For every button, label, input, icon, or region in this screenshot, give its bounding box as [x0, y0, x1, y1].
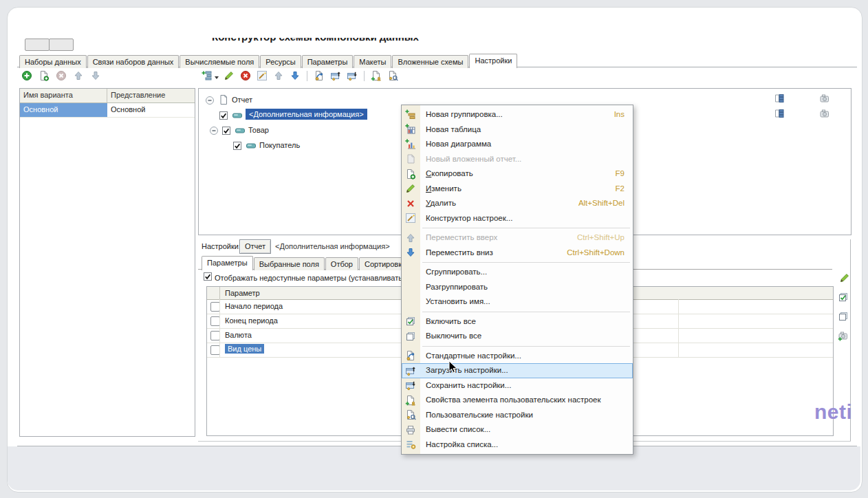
list-config-icon	[405, 439, 416, 450]
menu-item-ungroup[interactable]: Разгруппировать	[402, 280, 633, 295]
add-variant-button[interactable]	[21, 69, 33, 82]
tab-nested-schemas[interactable]: Вложенные схемы	[392, 55, 468, 68]
settings-constructor-button[interactable]	[256, 69, 268, 82]
tab-data-sets[interactable]: Наборы данных	[19, 55, 87, 68]
menu-separator	[402, 344, 633, 349]
parameter-checkbox[interactable]	[210, 331, 220, 340]
delete-button[interactable]	[239, 69, 252, 82]
menu-item-group[interactable]: Сгруппировать...	[402, 265, 633, 280]
tab-calculated-fields[interactable]: Вычисляемые поля	[180, 55, 259, 68]
grouping-icon	[246, 140, 257, 151]
tab-settings[interactable]: Настройки	[469, 54, 517, 68]
parameter-label[interactable]: Начало периода	[225, 302, 283, 310]
menu-item-move-down[interactable]: Переместить внизCtrl+Shift+Down	[402, 246, 633, 261]
move-up-button[interactable]	[272, 69, 285, 82]
tab-parameters[interactable]: Параметры	[302, 55, 354, 68]
appearance-column-icon[interactable]	[819, 93, 830, 104]
tree-label-buyer[interactable]: Покупатель	[259, 141, 300, 149]
menu-item-load-settings[interactable]: Загрузить настройки...	[402, 363, 633, 378]
parameter-checkbox[interactable]	[210, 316, 220, 326]
settings-tab-filter[interactable]: Отбор	[325, 257, 358, 270]
parameter-checkbox[interactable]	[210, 302, 220, 312]
tree-checkbox-icon[interactable]	[232, 140, 243, 151]
tree-label-additional-info[interactable]: <Дополнительная информация>	[246, 109, 367, 120]
settings-tab-selected-fields[interactable]: Выбранные поля	[254, 257, 325, 270]
move-variant-up-button[interactable]	[72, 69, 85, 82]
fields-column-icon[interactable]	[774, 108, 785, 119]
settings-tab-parameters[interactable]: Параметры	[202, 256, 253, 270]
show-unavailable-checkbox[interactable]	[202, 271, 213, 282]
tree-checkbox-icon[interactable]	[218, 110, 229, 121]
tree-checkbox-icon[interactable]	[221, 125, 232, 136]
menu-item-label: Включить все	[426, 314, 476, 329]
menu-item-label: Изменить	[426, 182, 462, 197]
menu-item-enable-all[interactable]: Включить все	[402, 314, 633, 329]
user-settings-properties-button[interactable]	[370, 69, 382, 82]
column-header-variant-name[interactable]: Имя варианта	[20, 89, 107, 102]
expander-icon[interactable]	[204, 95, 215, 106]
enable-all-button[interactable]	[838, 292, 849, 303]
edit-parameter-button[interactable]	[839, 272, 850, 283]
parameter-label[interactable]: Валюта	[225, 331, 252, 339]
menu-item-new-grouping[interactable]: Новая группировка...Ins	[402, 107, 633, 122]
parameter-checkbox[interactable]	[210, 345, 220, 355]
menu-separator	[402, 310, 633, 314]
expander-icon[interactable]	[208, 125, 219, 136]
add-structure-caret-icon[interactable]	[215, 76, 219, 81]
variant-presentation-cell[interactable]: Основной	[107, 103, 149, 117]
disable-all-button[interactable]	[838, 311, 849, 322]
menu-item-delete[interactable]: УдалитьAlt+Shift+Del	[402, 196, 633, 211]
menu-item-user-settings-item-properties[interactable]: Свойства элемента пользовательских настр…	[402, 393, 633, 408]
new-grouping-icon	[405, 109, 416, 120]
menu-item-label: Настройка списка...	[426, 437, 498, 453]
move-down-button[interactable]	[289, 69, 301, 82]
tab-resources[interactable]: Ресурсы	[260, 55, 301, 68]
menu-item-new-chart[interactable]: Новая диаграмма	[402, 137, 633, 152]
menu-item-move-up: Переместить вверхCtrl+Shift+Up	[402, 230, 633, 246]
parameter-label[interactable]: Вид цены	[225, 344, 264, 354]
new-table-icon	[405, 124, 416, 135]
menu-item-edit[interactable]: ИзменитьF2	[402, 182, 633, 197]
appearance-column-icon[interactable]	[819, 108, 830, 119]
column-header-parameter[interactable]: Параметр	[225, 289, 260, 297]
menu-item-list-setup[interactable]: Настройка списка...	[402, 437, 633, 453]
menu-item-standard-settings[interactable]: Стандартные настройки...	[402, 349, 633, 364]
column-header-presentation[interactable]: Представление	[107, 89, 169, 102]
fields-column-icon[interactable]	[774, 93, 785, 104]
toolbar-button-2[interactable]	[49, 39, 74, 51]
add-appearance-button[interactable]	[838, 330, 849, 341]
tree-label-product[interactable]: Товар	[248, 126, 269, 134]
load-settings-button[interactable]	[329, 69, 342, 82]
move-variant-down-button[interactable]	[89, 69, 102, 82]
tree-label-report[interactable]: Отчет	[232, 96, 252, 104]
variant-row[interactable]: Основной Основной	[20, 103, 195, 118]
menu-item-copy[interactable]: СкопироватьF9	[402, 166, 633, 182]
menu-shortcut: Ins	[614, 107, 625, 122]
copy-variant-button[interactable]	[38, 69, 50, 82]
delete-variant-button[interactable]	[55, 69, 67, 82]
settings-target-button[interactable]: Отчет	[239, 239, 271, 254]
pencil-icon	[405, 183, 416, 194]
menu-item-save-settings[interactable]: Сохранить настройки...	[402, 378, 633, 393]
menu-item-new-table[interactable]: Новая таблица	[402, 122, 633, 138]
menu-item-disable-all[interactable]: Выключить все	[402, 329, 633, 344]
edit-button[interactable]	[223, 69, 235, 82]
std-settings-icon	[405, 350, 416, 361]
menu-item-label: Новый вложенный отчет...	[426, 152, 521, 167]
tab-data-set-links[interactable]: Связи наборов данных	[87, 55, 180, 68]
standard-settings-button[interactable]	[313, 69, 325, 82]
load-settings-icon	[405, 365, 416, 376]
variant-name-cell[interactable]: Основной	[20, 103, 107, 117]
menu-item-set-name[interactable]: Установить имя...	[402, 294, 633, 310]
tab-layouts[interactable]: Макеты	[354, 55, 391, 68]
menu-item-settings-constructor[interactable]: Конструктор настроек...	[402, 211, 633, 226]
toolbar-button-1[interactable]	[25, 39, 50, 51]
uncheck-box-icon	[405, 331, 416, 342]
copy-page-icon	[405, 169, 416, 180]
user-settings-button[interactable]	[387, 69, 399, 82]
menu-item-user-settings[interactable]: Пользовательские настройки	[402, 408, 633, 423]
add-structure-item-button[interactable]	[201, 69, 213, 82]
save-settings-button[interactable]	[346, 69, 358, 82]
menu-item-print-list[interactable]: Вывести список...	[402, 422, 633, 437]
parameter-label[interactable]: Конец периода	[225, 316, 278, 325]
